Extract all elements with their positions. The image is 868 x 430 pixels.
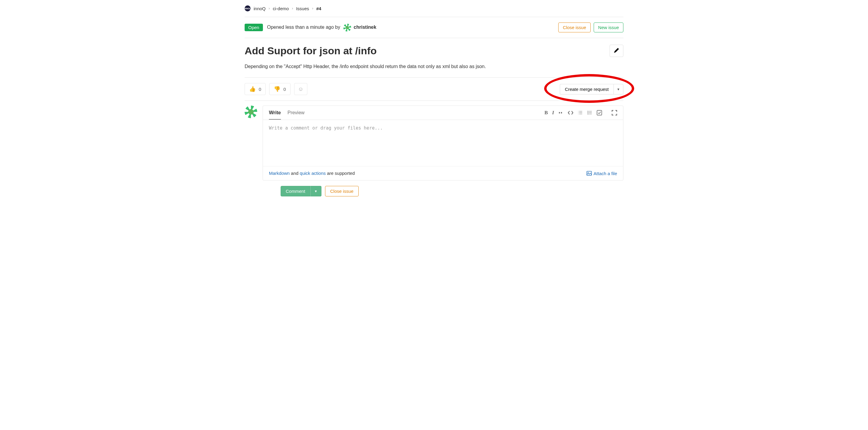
task-list-button[interactable] (597, 110, 602, 115)
smiley-icon: ☺ (298, 86, 304, 92)
tab-write[interactable]: Write (269, 106, 281, 120)
code-icon (568, 110, 573, 115)
quick-actions-link[interactable]: quick actions (300, 171, 326, 176)
comment-button-group: Comment ▾ (281, 186, 321, 196)
edit-button[interactable] (610, 45, 623, 57)
svg-point-5 (588, 172, 589, 173)
svg-rect-4 (587, 171, 592, 175)
caret-down-icon: ▾ (617, 87, 619, 92)
create-merge-request-dropdown[interactable]: ▾ (614, 84, 623, 95)
svg-text:3: 3 (587, 113, 588, 115)
breadcrumb-org[interactable]: innoQ (254, 6, 266, 11)
caret-down-icon: ▾ (315, 189, 317, 193)
bullet-list-button[interactable] (578, 110, 583, 115)
create-merge-request-button[interactable]: Create merge request (560, 84, 614, 95)
chevron-right-icon: › (312, 6, 313, 10)
markdown-support-text: Markdown and quick actions are supported (269, 171, 355, 176)
svg-rect-3 (597, 110, 602, 115)
italic-button[interactable]: I (552, 110, 554, 116)
thumbs-down-icon: 👎 (274, 86, 280, 92)
fullscreen-button[interactable] (612, 110, 617, 115)
issue-title: Add Suport for json at /info (245, 45, 377, 57)
comment-button[interactable]: Comment (281, 186, 310, 196)
thumbs-down-count: 0 (283, 87, 286, 92)
markdown-link[interactable]: Markdown (269, 171, 290, 176)
quote-icon (558, 110, 564, 115)
comment-box: Write Preview B I (262, 105, 623, 180)
thumbs-up-button[interactable]: 👍 0 (245, 83, 266, 95)
task-list-icon (597, 110, 602, 115)
new-issue-button[interactable]: New issue (594, 23, 623, 32)
opened-prefix: Opened less than a minute ago by (267, 25, 342, 30)
quote-button[interactable] (558, 110, 564, 115)
image-icon (586, 171, 592, 176)
numbered-list-icon: 123 (587, 110, 592, 115)
bold-button[interactable]: B (545, 110, 548, 116)
breadcrumb-project[interactable]: ci-demo (273, 6, 289, 11)
comment-textarea[interactable] (263, 120, 623, 165)
comment-dropdown[interactable]: ▾ (310, 186, 321, 196)
chevron-right-icon: › (269, 6, 270, 10)
thumbs-up-icon: 👍 (249, 86, 256, 92)
attach-file-label: Attach a file (594, 171, 617, 176)
chevron-right-icon: › (292, 6, 293, 10)
numbered-list-button[interactable]: 123 (587, 110, 592, 115)
opened-info: Opened less than a minute ago by christi… (267, 24, 376, 32)
org-avatar: INNOQ (245, 5, 251, 11)
attach-file-button[interactable]: Attach a file (586, 171, 617, 176)
fullscreen-icon (612, 110, 617, 115)
close-issue-button-bottom[interactable]: Close issue (325, 186, 359, 196)
tab-preview[interactable]: Preview (287, 106, 305, 120)
status-badge: Open (245, 24, 263, 31)
code-button[interactable] (568, 110, 573, 115)
create-merge-request-group: Create merge request ▾ (560, 84, 623, 95)
thumbs-down-button[interactable]: 👎 0 (269, 83, 290, 95)
thumbs-up-count: 0 (259, 87, 261, 92)
author-avatar[interactable] (343, 24, 351, 32)
current-user-avatar (245, 105, 257, 118)
issue-description: Depending on the "Accept" Http Header, t… (245, 61, 623, 77)
emoji-picker-button[interactable]: ☺ (294, 83, 307, 95)
close-issue-button[interactable]: Close issue (558, 23, 591, 32)
breadcrumb-current: #4 (316, 6, 321, 11)
author-username[interactable]: christinek (353, 25, 376, 30)
editor-toolbar: B I 123 (545, 110, 617, 116)
breadcrumb-section[interactable]: Issues (296, 6, 309, 11)
breadcrumb: INNOQ innoQ › ci-demo › Issues › #4 (245, 0, 623, 17)
bullet-list-icon (578, 110, 583, 115)
pencil-icon (614, 48, 619, 53)
